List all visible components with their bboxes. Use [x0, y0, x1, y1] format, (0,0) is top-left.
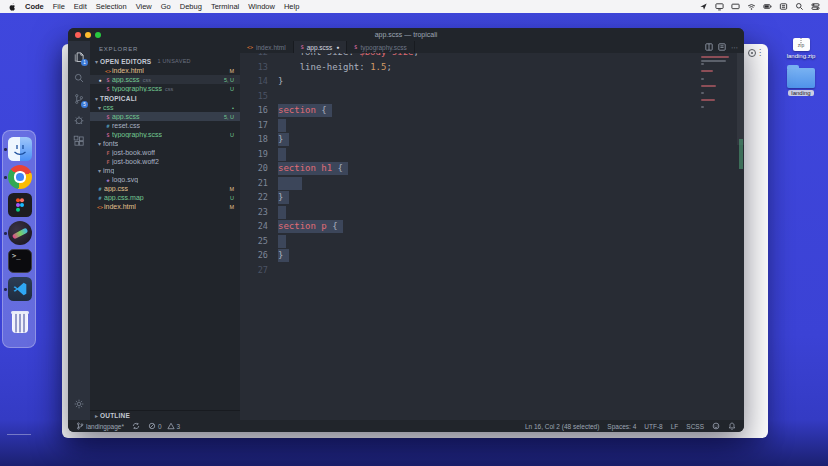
folder-fonts[interactable]: ▾fonts	[90, 139, 240, 148]
dock-screenflow-icon[interactable]	[8, 221, 32, 245]
file-typography-scss[interactable]: Stypography.scssU	[90, 130, 240, 139]
open-editor-typography-scss[interactable]: Stypography.scsscssU	[90, 84, 240, 93]
file-app-css[interactable]: #app.cssM	[90, 184, 240, 193]
open-changes-icon[interactable]	[718, 43, 726, 51]
language-mode[interactable]: SCSS	[686, 423, 704, 430]
profile-avatar-icon[interactable]	[748, 49, 756, 57]
display-icon[interactable]	[731, 2, 740, 11]
file-name: reset.css	[112, 122, 140, 129]
code-editor[interactable]: 12 font-size: $body-size;13 line-height:…	[240, 53, 744, 420]
folder-img[interactable]: ▾img	[90, 166, 240, 175]
selection-highlight	[278, 206, 286, 219]
encoding-setting[interactable]: UTF-8	[644, 423, 662, 430]
apple-menu-icon[interactable]	[8, 2, 16, 11]
outline-section-header[interactable]: ▸ OUTLINE	[90, 410, 240, 420]
line-content: }	[278, 74, 283, 89]
scss-file-icon: S	[104, 77, 112, 83]
title-bar[interactable]: app.scss — tropicali	[68, 28, 744, 41]
keyboard-input-icon[interactable]	[779, 2, 788, 11]
kebab-menu-icon[interactable]: ⋮	[756, 48, 764, 57]
dock-trash-icon[interactable]	[8, 311, 32, 335]
menu-selection[interactable]: Selection	[96, 2, 127, 11]
code-line-15: 15	[240, 89, 744, 104]
folder-css[interactable]: ▾css•	[90, 103, 240, 112]
activity-settings-icon[interactable]	[68, 393, 90, 414]
tab-bar: <>index.htmlSapp.scss●Stypography.scss ⋯	[240, 41, 744, 53]
spotlight-search-icon[interactable]	[795, 2, 804, 11]
eol-setting[interactable]: LF	[671, 423, 679, 430]
file-name: typography.scss	[112, 85, 162, 92]
tab-index-html[interactable]: <>index.html	[240, 41, 294, 53]
minimize-window-button[interactable]	[85, 32, 91, 38]
dock-figma-icon[interactable]	[8, 193, 32, 217]
svg-file-icon: ◆	[104, 177, 112, 183]
file-index-html[interactable]: <>index.htmlM	[90, 202, 240, 211]
open-editors-section-header[interactable]: ▾ OPEN EDITORS 1 UNSAVED	[90, 56, 240, 66]
file-name: app.scss	[112, 76, 140, 83]
sidebar-title: EXPLORER	[90, 41, 240, 56]
control-center-icon[interactable]	[811, 2, 820, 11]
menu-terminal[interactable]: Terminal	[211, 2, 239, 11]
menu-go[interactable]: Go	[161, 2, 171, 11]
activity-extensions-icon[interactable]	[68, 130, 90, 151]
more-actions-icon[interactable]: ⋯	[731, 44, 738, 51]
menu-file[interactable]: File	[53, 2, 65, 11]
cursor-position[interactable]: Ln 16, Col 2 (48 selected)	[525, 423, 599, 430]
close-window-button[interactable]	[75, 32, 81, 38]
desktop-folder-landing[interactable]: landing	[787, 59, 815, 96]
code-lines: 12 font-size: $body-size;13 line-height:…	[240, 53, 744, 277]
selection-highlight	[278, 235, 286, 248]
file-logo-svg[interactable]: ◆logo.svg	[90, 175, 240, 184]
location-icon[interactable]	[699, 2, 708, 11]
chevron-down-icon: ▾	[96, 140, 103, 147]
file-reset-css[interactable]: #reset.css	[90, 121, 240, 130]
file-jost-book-woff2[interactable]: Fjost-book.woff2	[90, 157, 240, 166]
warnings-icon	[167, 422, 175, 430]
feedback-smiley-icon[interactable]	[712, 422, 720, 430]
tab-app-scss[interactable]: Sapp.scss●	[294, 41, 348, 53]
dock-terminal-icon[interactable]: >_	[8, 249, 32, 273]
git-branch-indicator[interactable]: landingpage*	[76, 422, 124, 430]
workspace-section-header[interactable]: ▾ TROPICALI	[90, 93, 240, 103]
line-number: 14	[240, 74, 268, 89]
open-editor-index-html[interactable]: <>index.htmlM	[90, 66, 240, 75]
explorer-sidebar: EXPLORER ▾ OPEN EDITORS 1 UNSAVED <>inde…	[90, 41, 240, 420]
menu-help[interactable]: Help	[284, 2, 299, 11]
dock-chrome-icon[interactable]	[8, 165, 32, 189]
zoom-window-button[interactable]	[95, 32, 101, 38]
menu-window[interactable]: Window	[248, 2, 275, 11]
code-line-27: 27	[240, 263, 744, 278]
activity-search-icon[interactable]	[68, 67, 90, 88]
problems-indicator[interactable]: 0 3	[148, 422, 180, 430]
file-app-css-map[interactable]: #app.css.mapU	[90, 193, 240, 202]
wifi-icon[interactable]	[747, 2, 756, 11]
branch-name: landingpage*	[86, 423, 124, 430]
activity-explorer-icon[interactable]: 1	[68, 46, 90, 67]
split-editor-icon[interactable]	[705, 43, 713, 51]
line-number: 27	[240, 263, 268, 278]
dock-vscode-icon[interactable]	[8, 277, 32, 301]
desktop-file-landing-zip[interactable]: zip landing.zip	[787, 38, 816, 59]
line-number: 26	[240, 248, 268, 263]
activity-source-control-icon[interactable]: 5	[68, 88, 90, 109]
notifications-bell-icon[interactable]	[728, 422, 736, 430]
screen-mirror-icon[interactable]	[715, 2, 724, 11]
battery-icon[interactable]	[763, 2, 772, 11]
file-jost-book-woff[interactable]: Fjost-book.woff	[90, 148, 240, 157]
menu-code[interactable]: Code	[25, 2, 44, 11]
editor-scrollbar[interactable]	[737, 53, 744, 145]
menu-view[interactable]: View	[136, 2, 152, 11]
indentation-setting[interactable]: Spaces: 4	[607, 423, 636, 430]
dock: >_	[2, 130, 36, 348]
code-line-14: 14}	[240, 74, 744, 89]
minimap[interactable]	[701, 56, 731, 114]
line-number: 13	[240, 60, 268, 75]
menu-edit[interactable]: Edit	[74, 2, 87, 11]
open-editor-app-scss[interactable]: ●Sapp.scsscss5, U	[90, 75, 240, 84]
dock-finder-icon[interactable]	[8, 137, 32, 161]
sync-button[interactable]	[132, 422, 140, 430]
tab-typography-scss[interactable]: Stypography.scss	[347, 41, 415, 53]
activity-debug-icon[interactable]	[68, 109, 90, 130]
file-app-scss[interactable]: Sapp.scss5, U	[90, 112, 240, 121]
menu-debug[interactable]: Debug	[180, 2, 202, 11]
